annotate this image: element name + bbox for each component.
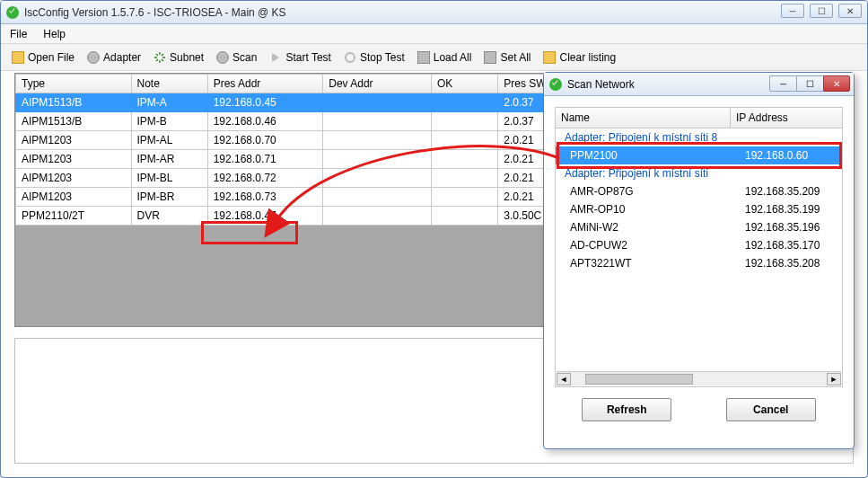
table-cell (323, 131, 432, 150)
menu-file[interactable]: File (10, 28, 27, 40)
menu-help[interactable]: Help (43, 28, 66, 40)
table-cell (431, 131, 497, 150)
upload-icon (484, 51, 496, 64)
stop-test-button[interactable]: Stop Test (338, 47, 410, 68)
stop-icon (344, 51, 356, 64)
table-cell: 192.168.0.72 (207, 169, 323, 188)
col-type[interactable]: Type (16, 75, 132, 93)
table-cell: IPM-B (131, 112, 207, 131)
table-cell: IPM-BL (131, 169, 207, 188)
minimize-button[interactable]: ─ (781, 4, 804, 18)
menubar: File Help (1, 24, 867, 44)
download-icon (417, 51, 430, 64)
table-cell (323, 112, 432, 131)
table-cell: IPM-AL (131, 131, 207, 150)
subnet-icon (153, 51, 166, 64)
col-note[interactable]: Note (131, 75, 207, 93)
table-cell (431, 169, 497, 188)
scan-icon (216, 51, 229, 64)
maximize-button[interactable]: ☐ (810, 4, 833, 18)
table-cell (431, 112, 497, 131)
window-title: IscConfig Version 1.5.7.6 - ISC-TRIOSEA … (24, 6, 286, 19)
table-cell: AIPM1203 (16, 131, 132, 150)
start-test-button[interactable]: Start Test (264, 47, 336, 68)
scan-col-ip[interactable]: IP Address (731, 108, 842, 128)
table-cell: DVR (131, 207, 207, 226)
scan-list-row[interactable]: AMR-OP87G192.168.35.209 (556, 182, 842, 200)
table-cell: IPM-AR (131, 150, 207, 169)
close-button[interactable]: ✕ (838, 4, 862, 18)
scan-list-row[interactable]: AMR-OP10192.168.35.199 (556, 200, 842, 218)
scan-adapter-row: Adapter: Připojení k místní síti (556, 164, 842, 182)
table-cell (431, 93, 497, 112)
subnet-button[interactable]: Subnet (148, 47, 209, 68)
table-cell (323, 93, 432, 112)
table-cell: AIPM1203 (16, 150, 132, 169)
scroll-right-icon[interactable]: ► (827, 373, 841, 385)
scan-minimize-button[interactable]: ─ (769, 75, 796, 92)
scroll-left-icon[interactable]: ◄ (557, 373, 571, 385)
table-cell: AIPM1513/B (16, 93, 132, 112)
play-icon (269, 51, 282, 64)
table-cell: IPM-BR (131, 188, 207, 207)
adapter-button[interactable]: Adapter (82, 47, 146, 68)
app-icon (6, 6, 19, 19)
scan-adapter-row: Adapter: Připojení k místní síti 8 (556, 128, 842, 146)
table-cell: 192.168.0.73 (207, 188, 323, 207)
scan-button[interactable]: Scan (211, 47, 262, 68)
table-cell: IPM-A (131, 93, 207, 112)
clear-listing-button[interactable]: Clear listing (538, 47, 621, 68)
table-cell: AIPM1203 (16, 169, 132, 188)
scan-list-row[interactable]: PPM2100192.168.0.60 (556, 146, 842, 164)
scan-list-row[interactable]: APT3221WT192.168.35.208 (556, 254, 842, 272)
scan-title-text: Scan Network (567, 78, 635, 91)
scan-list-row[interactable]: AMiNi-W2192.168.35.196 (556, 218, 842, 236)
scan-col-name[interactable]: Name (556, 108, 731, 128)
open-file-button[interactable]: Open File (6, 47, 80, 68)
table-cell (323, 169, 432, 188)
scan-hscrollbar[interactable]: ◄ ► (557, 371, 841, 385)
table-cell: 192.168.0.71 (207, 150, 323, 169)
scan-titlebar: Scan Network ─ ☐ ✕ (544, 73, 854, 96)
refresh-button[interactable]: Refresh (582, 398, 671, 421)
table-cell (323, 207, 432, 226)
load-all-button[interactable]: Load All (412, 47, 478, 68)
col-ok1[interactable]: OK (431, 75, 497, 93)
svg-point-0 (346, 53, 355, 62)
table-cell: 192.168.0.70 (207, 131, 323, 150)
clear-icon (543, 51, 556, 64)
titlebar: IscConfig Version 1.5.7.6 - ISC-TRIOSEA … (1, 1, 867, 24)
table-cell: AIPM1203 (16, 188, 132, 207)
table-cell: AIPM1513/B (16, 112, 132, 131)
scroll-thumb[interactable] (585, 374, 693, 385)
table-cell (431, 150, 497, 169)
table-cell: PPM2110/2T (16, 207, 132, 226)
col-dev-addr[interactable]: Dev Addr (323, 75, 432, 93)
set-all-button[interactable]: Set All (478, 47, 536, 68)
table-cell (323, 150, 432, 169)
table-cell: 192.168.0.45 (207, 93, 323, 112)
table-cell: 192.168.0.47 (207, 207, 323, 226)
scan-result-list[interactable]: Name IP Address Adapter: Připojení k mís… (555, 107, 843, 387)
toolbar: Open File Adapter Subnet Scan Start Test… (1, 44, 867, 71)
table-cell (431, 207, 497, 226)
cancel-button[interactable]: Cancel (726, 398, 816, 421)
col-pres-addr[interactable]: Pres Addr (207, 75, 323, 93)
scan-icon (549, 78, 562, 91)
scan-maximize-button[interactable]: ☐ (796, 75, 823, 92)
table-cell (431, 188, 497, 207)
scan-list-row[interactable]: AD-CPUW2192.168.35.170 (556, 236, 842, 254)
scan-network-dialog: Scan Network ─ ☐ ✕ Name IP Address Adapt… (543, 72, 855, 449)
adapter-icon (87, 51, 100, 64)
table-cell: 192.168.0.46 (207, 112, 323, 131)
folder-icon (12, 51, 24, 64)
table-cell (323, 188, 432, 207)
scan-close-button[interactable]: ✕ (823, 75, 850, 92)
